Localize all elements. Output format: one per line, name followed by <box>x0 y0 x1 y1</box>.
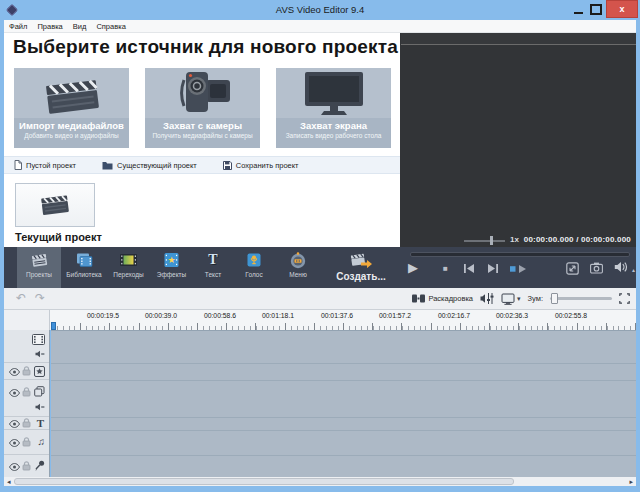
mute-audio-icon[interactable] <box>35 350 45 358</box>
video-track-lane[interactable] <box>51 331 636 364</box>
volume-caret-icon[interactable]: ▴ <box>632 266 635 273</box>
scrollbar-thumb[interactable] <box>14 478 514 485</box>
visibility-eye-icon[interactable] <box>9 389 20 397</box>
svg-text:★: ★ <box>167 255 175 265</box>
voice-track-lane[interactable] <box>51 456 636 478</box>
stop-button[interactable]: ■ <box>443 264 448 273</box>
overlay-track-header <box>4 380 49 417</box>
scroll-right-icon[interactable]: ▸ <box>629 477 633 486</box>
capture-camera-card[interactable]: Захват с камеры Получить медиафайлы с ка… <box>145 68 260 148</box>
storyboard-icon <box>412 294 425 303</box>
audio-track-lane[interactable] <box>51 431 636 456</box>
tab-menu[interactable]: Меню <box>275 247 321 288</box>
scroll-left-icon[interactable]: ◂ <box>7 477 11 486</box>
mute-audio-icon[interactable] <box>35 403 45 411</box>
storyboard-toggle-button[interactable]: Раскадровка <box>412 294 473 303</box>
visibility-eye-icon[interactable] <box>9 463 20 471</box>
ruler-tick-label: 00:02:36.3 <box>488 312 536 319</box>
fit-timeline-icon[interactable] <box>619 293 630 304</box>
speed-slider-handle[interactable] <box>490 236 493 245</box>
lock-icon[interactable] <box>22 366 31 376</box>
lock-icon[interactable] <box>22 418 31 428</box>
audio-mixer-icon[interactable] <box>480 293 494 304</box>
tab-projects[interactable]: Проекты <box>17 247 61 288</box>
text-tool-icon: T <box>208 251 217 269</box>
tab-voice[interactable]: Голос <box>233 247 275 288</box>
timeline-toolbar: ↶ ↷ Раскадровка ▾ Зум: <box>4 288 636 310</box>
close-button[interactable]: x <box>606 0 638 18</box>
timeline-horizontal-scrollbar[interactable]: ◂ ▸ <box>4 477 636 486</box>
zoom-slider-handle[interactable] <box>551 293 558 304</box>
ruler-tick-label: 00:01:37.6 <box>313 312 361 319</box>
microphone-icon <box>246 251 262 269</box>
disc-menu-icon <box>289 251 307 269</box>
folder-icon <box>102 161 113 170</box>
tab-effects[interactable]: ★ Эффекты <box>150 247 193 288</box>
timeline-ruler[interactable]: 00:00:19.5 00:00:39.0 00:00:58.6 00:01:1… <box>4 310 636 330</box>
menu-bar: Файл Правка Вид Справка <box>4 20 636 33</box>
effects-track-lane[interactable] <box>51 364 636 381</box>
snapshot-camera-icon[interactable] <box>590 262 603 274</box>
tab-transitions[interactable]: Переходы <box>107 247 150 288</box>
current-project-label: Текущий проект <box>15 231 102 243</box>
seek-bar[interactable] <box>410 252 630 257</box>
project-actions-row: Пустой проект Существующий проект Сохран… <box>4 156 400 174</box>
menu-view[interactable]: Вид <box>73 22 87 31</box>
lock-icon[interactable] <box>22 461 31 471</box>
previous-frame-button[interactable] <box>464 264 475 273</box>
play-button[interactable]: ▶ <box>408 261 418 275</box>
text-track-header: T <box>4 417 49 430</box>
ruler-header-cell <box>4 310 50 330</box>
page-title: Выберите источник для нового проекта <box>13 36 398 58</box>
create-clapper-arrow-icon <box>349 251 373 269</box>
effects-track-header <box>4 363 49 380</box>
app-window: AVS Video Editor 9.4 x Файл Правка Вид С… <box>0 0 640 492</box>
overlay-track-lane[interactable] <box>51 381 636 418</box>
card-subtitle: Добавить видео и аудиофайлы <box>14 132 129 139</box>
ruler-tick-label: 00:00:19.5 <box>79 312 127 319</box>
minimize-button[interactable] <box>572 3 586 17</box>
next-frame-button[interactable] <box>487 264 498 273</box>
tab-create[interactable]: Создать... <box>321 247 401 288</box>
text-track-lane[interactable] <box>51 418 636 431</box>
volume-icon[interactable] <box>614 261 628 273</box>
lock-icon[interactable] <box>22 437 31 447</box>
redo-button[interactable]: ↷ <box>35 291 45 305</box>
visibility-eye-icon[interactable] <box>9 368 20 376</box>
blank-document-icon <box>14 160 22 170</box>
maximize-button[interactable] <box>590 4 602 15</box>
text-track-icon: T <box>37 418 44 429</box>
clapperboard-icon <box>30 251 49 269</box>
tab-text[interactable]: T Текст <box>193 247 233 288</box>
tab-library[interactable]: Библиотека <box>61 247 107 288</box>
timeline-tracks: T ♫ <box>4 330 636 477</box>
current-project-thumbnail[interactable] <box>15 183 95 227</box>
undo-button[interactable]: ↶ <box>16 291 26 305</box>
card-title: Захват экрана <box>276 120 391 131</box>
visibility-eye-icon[interactable] <box>9 420 20 428</box>
open-project-button[interactable]: Существующий проект <box>102 161 197 170</box>
import-media-card[interactable]: Импорт медиафайлов Добавить видео и ауди… <box>14 68 129 148</box>
card-subtitle: Записать видео рабочего стола <box>276 132 391 139</box>
visibility-eye-icon[interactable] <box>9 439 20 447</box>
ruler-tick-label: 00:01:57.2 <box>371 312 419 319</box>
playback-speed-slider[interactable] <box>464 240 505 242</box>
new-project-button[interactable]: Пустой проект <box>14 160 76 170</box>
dual-screen-dropdown[interactable]: ▾ <box>501 293 521 305</box>
capture-screen-card[interactable]: Захват экрана Записать видео рабочего ст… <box>276 68 391 148</box>
menu-edit[interactable]: Правка <box>37 22 62 31</box>
menu-file[interactable]: Файл <box>9 22 27 31</box>
timeline-zoom-slider[interactable] <box>550 297 612 300</box>
window-title: AVS Video Editor 9.4 <box>0 4 640 15</box>
monitor-icon <box>302 70 366 116</box>
ruler-tick-label: 00:02:16.7 <box>430 312 478 319</box>
menu-help[interactable]: Справка <box>96 22 125 31</box>
fullscreen-icon[interactable] <box>566 262 579 275</box>
lock-icon[interactable] <box>22 387 31 397</box>
step-playback-button[interactable] <box>509 265 527 273</box>
save-project-button[interactable]: Сохранить проект <box>223 161 299 170</box>
music-track-icon: ♫ <box>38 437 46 447</box>
playhead-marker[interactable] <box>51 322 56 330</box>
audio-track-header: ♫ <box>4 430 49 455</box>
card-subtitle: Получить медиафайлы с камеры <box>145 132 260 139</box>
